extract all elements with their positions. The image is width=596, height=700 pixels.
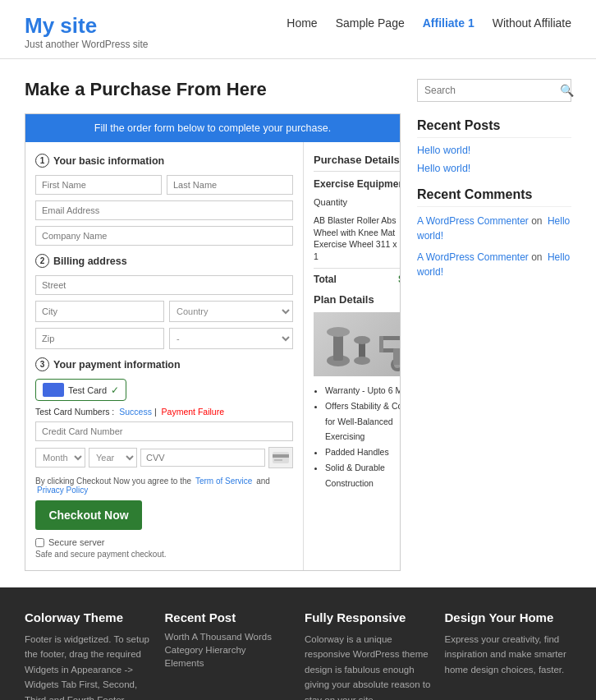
checkout-body: 1 Your basic information 2 Billing addre… [25,142,400,570]
nav-sample[interactable]: Sample Page [336,16,405,30]
comment-1: A WordPress Commenter on Hello world! [417,214,571,243]
street-input[interactable] [35,275,293,295]
svg-rect-11 [379,336,383,352]
svg-point-7 [354,336,370,344]
section2-heading: 2 Billing address [35,254,293,268]
city-country-row: Country [35,301,293,322]
commenter-1[interactable]: A WordPress Commenter [417,215,529,227]
post-link-2[interactable]: Hello world! [417,163,571,174]
feature-3: Padded Handles [325,444,401,460]
svg-rect-15 [393,348,401,365]
zip-input[interactable] [35,328,164,349]
site-branding: My site Just another WordPress site [25,13,149,50]
card-number-input[interactable] [35,421,293,441]
failure-link[interactable]: Payment Failure [162,407,224,417]
footer-col-3: Fully Responsive Colorway is a unique re… [305,610,432,700]
equipment-title: Exercise Equipment [314,178,401,190]
page-title: Make a Purchase From Here [25,79,401,100]
checkout-wrapper: Fill the order form below to complete yo… [25,113,401,571]
form-section: 1 Your basic information 2 Billing addre… [25,142,304,570]
svg-point-8 [354,357,370,365]
section3-heading: 3 Your payment information [35,357,293,371]
feature-2: Offers Stability & Control for Well-Bala… [325,398,401,445]
card-selector[interactable]: Test Card ✓ [35,379,126,401]
footer-col-2: Recent Post Worth A Thousand Words Categ… [165,610,292,700]
year-select[interactable]: Year [89,448,137,467]
plan-title: Plan Details [314,293,401,306]
purchase-title: Purchase Details [314,154,401,172]
nav-without-affiliate[interactable]: Without Affiliate [493,16,571,30]
footer-post-link-1[interactable]: Worth A Thousand Words [165,632,292,642]
search-box: 🔍 [417,79,571,102]
footer-post-link-2[interactable]: Category Hierarchy [165,645,292,655]
section2-number: 2 [35,254,49,268]
cvv-icon [268,447,293,468]
safe-text: Safe and secure payment checkout. [35,550,293,559]
footer-col1-text: Footer is widgetized. To setup the foote… [25,632,152,700]
total-row: Total $14.47 [314,268,401,285]
site-title: My site [25,13,149,39]
footer-col3-title: Fully Responsive [305,610,432,624]
secure-row: Secure server [35,537,293,547]
first-name-input[interactable] [35,175,162,195]
commenter-2[interactable]: A WordPress Commenter [417,251,529,263]
feature-4: Solid & Durable Construction [325,460,401,491]
privacy-link[interactable]: Privacy Policy [37,486,88,495]
post-link-1[interactable]: Hello world! [417,145,571,156]
country-select[interactable]: Country [169,301,293,322]
search-input[interactable] [418,80,554,101]
svg-rect-1 [273,454,289,458]
section3-number: 3 [35,357,49,371]
success-link[interactable]: Success [119,407,152,417]
nav-affiliate1[interactable]: Affiliate 1 [423,16,475,30]
svg-point-5 [327,327,350,337]
footer-col1-title: Colorway Theme [25,610,152,624]
terms-link[interactable]: Term of Service [195,477,252,486]
secure-checkbox[interactable] [35,538,44,547]
equipment-svg [314,315,401,373]
test-card-line: Test Card Numbers : Success| Payment Fai… [35,407,293,417]
footer-main: Colorway Theme Footer is widgetized. To … [0,587,596,700]
svg-rect-2 [274,459,282,461]
header: My site Just another WordPress site Home… [0,0,596,59]
main-nav: Home Sample Page Affiliate 1 Without Aff… [287,13,571,30]
cvv-input[interactable] [140,449,265,467]
checkout-button[interactable]: Checkout Now [35,500,142,530]
main-container: Make a Purchase From Here Fill the order… [0,59,596,587]
comment-2: A WordPress Commenter on Hello world! [417,250,571,279]
dash-select[interactable]: - [169,328,293,349]
content-area: Make a Purchase From Here Fill the order… [25,79,401,571]
footer-col4-title: Design Your Home [445,610,572,624]
month-select[interactable]: Month [35,448,85,467]
recent-posts-title: Recent Posts [417,118,571,138]
footer-col-1: Colorway Theme Footer is widgetized. To … [25,610,152,700]
sidebar: 🔍 Recent Posts Hello world! Hello world!… [417,79,571,571]
email-input[interactable] [35,200,293,220]
last-name-input[interactable] [167,175,293,195]
zip-dash-row: - [35,328,293,349]
feature-1: Warranty - Upto 6 Months [325,383,401,398]
checkout-header-bar: Fill the order form below to complete yo… [25,114,400,142]
month-year-cvv-row: Month Year [35,447,293,468]
section1-number: 1 [35,154,49,168]
checkmark-icon: ✓ [111,385,119,396]
plan-features-list: Warranty - Upto 6 Months Offers Stabilit… [314,383,401,491]
item-row: AB Blaster Roller Abs Wheel with Knee Ma… [314,214,401,263]
plan-image [314,312,401,376]
recent-comments-title: Recent Comments [417,187,571,207]
footer-col4-text: Express your creativity, find inspiratio… [445,632,572,677]
nav-home[interactable]: Home [287,16,317,30]
name-row [35,175,293,195]
card-icon [43,383,64,397]
city-input[interactable] [35,301,164,322]
company-input[interactable] [35,226,293,246]
section1-heading: 1 Your basic information [35,154,293,168]
footer-post-link-3[interactable]: Elements [165,658,292,668]
footer-col3-text: Colorway is a unique responsive WordPres… [305,632,432,700]
card-label: Test Card [68,385,107,395]
site-tagline: Just another WordPress site [25,39,149,50]
quantity-row: Quantity 1 [314,195,401,210]
search-button[interactable]: 🔍 [554,80,580,101]
footer-col-4: Design Your Home Express your creativity… [445,610,572,700]
purchase-section: Purchase Details Exercise Equipment Quan… [304,142,401,570]
